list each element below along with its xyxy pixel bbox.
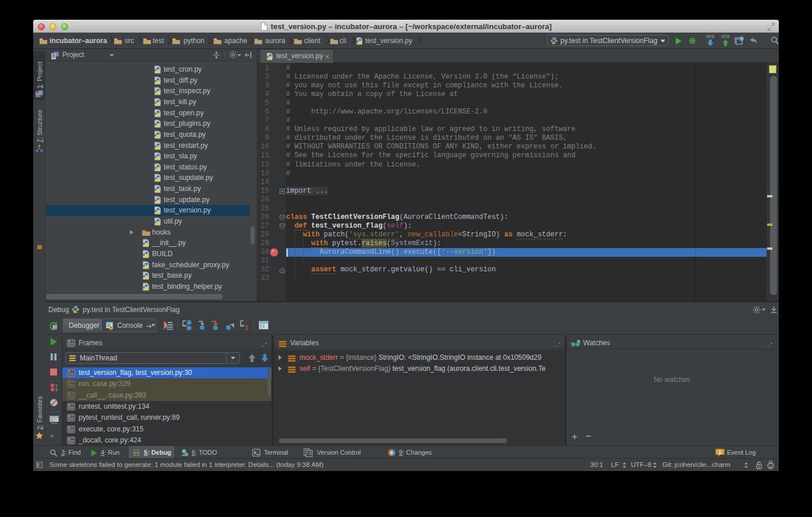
svg-text:1: 1 [718, 449, 721, 455]
